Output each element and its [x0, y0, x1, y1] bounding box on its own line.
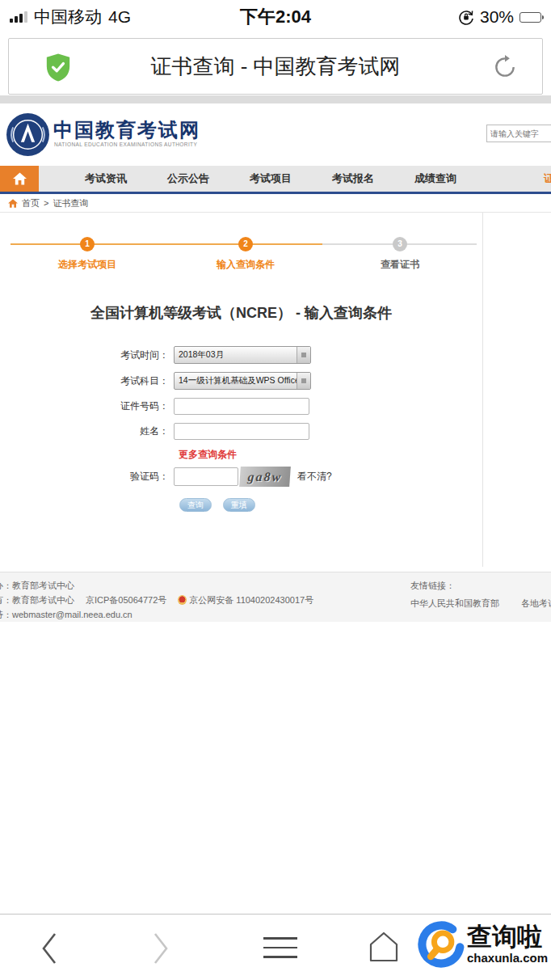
- exam-time-label: 考试时间：: [0, 348, 174, 362]
- home-icon: [13, 172, 27, 185]
- query-form: 考试时间： 2018年03月 考试科目： 14一级计算机基础及WPS Offic…: [0, 346, 482, 512]
- exam-time-selected-value: 2018年03月: [175, 349, 297, 361]
- nav-item-registration[interactable]: 考试报名: [312, 166, 394, 192]
- breadcrumb: 首页 > 证书查询: [0, 194, 551, 213]
- menu-button[interactable]: [263, 937, 297, 958]
- captcha-image[interactable]: ga8w: [239, 467, 291, 487]
- chaxunla-logo-icon: [417, 919, 465, 969]
- footer-line-host: 办：教育部考试中心: [0, 578, 336, 593]
- phone-screen: 中国移动 4G 下午2:04 30% 证书查询 - 中国教育考试网: [0, 0, 551, 980]
- battery-icon: [519, 12, 541, 23]
- dropdown-arrow-icon: [297, 347, 310, 363]
- nav-item-score-query[interactable]: 成绩查询: [394, 166, 477, 192]
- captcha-label: 验证码：: [0, 470, 174, 484]
- dropdown-arrow-icon: [297, 373, 310, 389]
- id-number-input[interactable]: [174, 398, 309, 415]
- network-type-label: 4G: [108, 7, 131, 27]
- rotation-lock-icon: [458, 9, 474, 25]
- battery-percent-label: 30%: [480, 7, 514, 27]
- submit-query-button[interactable]: 查询: [179, 498, 212, 512]
- forward-button[interactable]: [150, 931, 171, 966]
- content-divider: [482, 213, 483, 567]
- nav-item-exam-news[interactable]: 考试资讯: [65, 166, 147, 192]
- footer-icp-number: 京ICP备05064772号: [86, 595, 166, 605]
- separator: [0, 95, 551, 103]
- breadcrumb-separator: >: [44, 198, 48, 208]
- breadcrumb-current: 证书查询: [53, 197, 88, 209]
- exam-subject-select[interactable]: 14一级计算机基础及WPS Office应用: [174, 372, 311, 390]
- exam-subject-label: 考试科目：: [0, 374, 174, 388]
- step-1-label: 选择考试项目: [31, 258, 144, 272]
- step-2-label: 输入查询条件: [189, 258, 302, 272]
- nav-home-button[interactable]: [0, 166, 39, 192]
- name-label: 姓名：: [0, 425, 174, 438]
- browser-address-bar[interactable]: 证书查询 - 中国教育考试网: [8, 38, 543, 95]
- police-badge-icon: [178, 595, 187, 605]
- nav-item-certificate-query[interactable]: 证书查询: [524, 166, 551, 192]
- breadcrumb-home-link[interactable]: 首页: [22, 197, 40, 209]
- exam-time-select[interactable]: 2018年03月: [174, 346, 311, 364]
- signal-strength-icon: [10, 11, 27, 23]
- captcha-input[interactable]: [174, 467, 238, 486]
- stepper-line-done: [11, 243, 322, 245]
- step-3-dot: 3: [393, 237, 407, 251]
- secure-shield-icon: [44, 53, 72, 82]
- friend-link-local[interactable]: 各地考试机构: [521, 598, 551, 610]
- progress-stepper: 1 2 3 选择考试项目 输入查询条件 查看证书: [11, 237, 477, 285]
- carrier-label: 中国移动: [34, 6, 102, 28]
- site-name: 中国教育考试网: [53, 117, 200, 143]
- main-nav: 考试资讯 公示公告 考试项目 考试报名 成绩查询 证书查询: [0, 166, 551, 194]
- neea-logo-icon: [6, 112, 50, 157]
- reset-button[interactable]: 重填: [223, 498, 255, 512]
- site-search-input[interactable]: [486, 125, 551, 142]
- status-bar: 中国移动 4G 下午2:04 30%: [0, 0, 551, 34]
- back-button[interactable]: [39, 931, 60, 966]
- nav-item-announcements[interactable]: 公示公告: [147, 166, 229, 192]
- site-subtitle: NATIONAL EDUCATION EXAMINATIONS AUTHORIT…: [54, 142, 197, 147]
- chaxunla-logo-text: 查询啦: [467, 924, 548, 951]
- nav-item-exam-programs[interactable]: 考试项目: [229, 166, 312, 192]
- id-number-label: 证件号码：: [0, 399, 174, 413]
- site-header: 中国教育考试网 NATIONAL EDUCATION EXAMINATIONS …: [0, 103, 551, 166]
- step-2-dot: 2: [238, 237, 253, 251]
- exam-subject-selected-value: 14一级计算机基础及WPS Office应用: [175, 375, 297, 387]
- footer-line-webmaster: 持：webmaster@mail.neea.edu.cn: [0, 607, 336, 622]
- site-footer: 办：教育部考试中心 有：教育部考试中心京ICP备05064772号京公网安备 1…: [0, 572, 551, 622]
- footer-police-number: 京公网安备 11040202430017号: [189, 595, 313, 605]
- step-1-dot: 1: [80, 237, 95, 251]
- more-conditions-link[interactable]: 更多查询条件: [179, 448, 482, 462]
- browser-toolbar: 查询啦 chaxunla.com: [0, 914, 551, 980]
- toolbar-home-button[interactable]: [368, 929, 400, 963]
- captcha-refresh-link[interactable]: 看不清?: [297, 470, 332, 484]
- chaxunla-watermark: 查询啦 chaxunla.com: [417, 919, 548, 969]
- step-3-label: 查看证书: [343, 258, 456, 272]
- main-content: 1 2 3 选择考试项目 输入查询条件 查看证书 全国计算机等级考试（NCRE）…: [0, 213, 551, 572]
- chaxunla-logo-domain: chaxunla.com: [467, 951, 548, 965]
- refresh-icon[interactable]: [492, 54, 518, 80]
- page-title: 证书查询 - 中国教育考试网: [150, 53, 400, 81]
- form-title: 全国计算机等级考试（NCRE） - 输入查询条件: [0, 303, 482, 323]
- footer-line-copyright: 有：教育部考试中心: [0, 595, 74, 605]
- friend-link-moe[interactable]: 中华人民共和国教育部: [410, 598, 499, 610]
- breadcrumb-home-icon: [8, 199, 18, 208]
- friend-links-title: 友情链接：: [410, 580, 455, 592]
- name-input[interactable]: [174, 423, 309, 440]
